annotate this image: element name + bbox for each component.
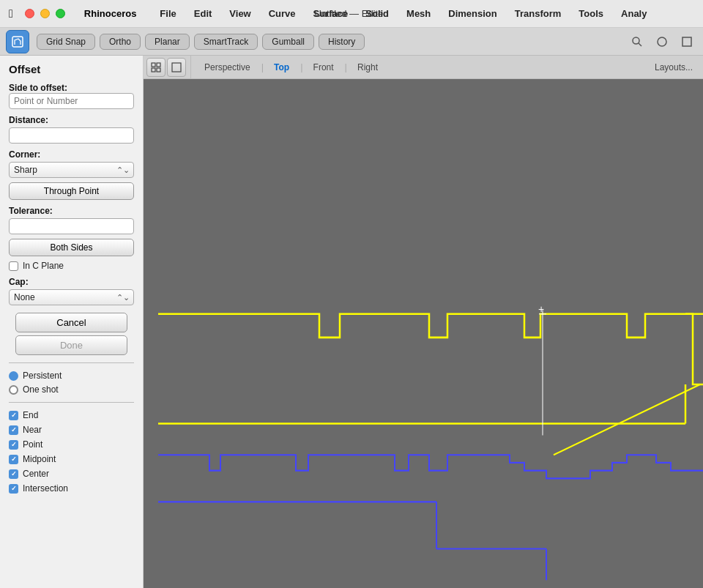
one-shot-radio[interactable] — [9, 385, 18, 395]
snap-midpoint-row: Midpoint — [9, 454, 134, 464]
one-shot-label: One shot — [23, 384, 59, 395]
snap-midpoint-checkbox[interactable] — [9, 455, 18, 464]
grid-snap-button[interactable]: Grid Snap — [37, 34, 95, 50]
done-button[interactable]: Done — [15, 335, 128, 355]
square-icon[interactable] — [677, 31, 697, 52]
search-magnifier-icon[interactable] — [627, 31, 647, 52]
svg-point-3 — [658, 37, 666, 46]
menu-curve[interactable]: Curve — [263, 7, 302, 21]
close-button[interactable] — [25, 9, 34, 18]
tolerance-input[interactable]: 0.001 — [9, 218, 134, 234]
corner-label: Corner: — [9, 149, 134, 160]
app-name: Rhinoceros — [84, 8, 137, 19]
cap-label: Cap: — [9, 277, 134, 287]
both-sides-button[interactable]: Both Sides — [9, 239, 134, 256]
snap-center-checkbox[interactable] — [9, 469, 18, 479]
cap-select-wrapper: None Flat Round ⌃⌄ — [9, 289, 134, 305]
tab-top[interactable]: Top — [265, 56, 299, 78]
divider-2 — [9, 402, 134, 403]
svg-rect-9 — [172, 63, 181, 72]
svg-rect-5 — [152, 63, 155, 67]
smarttrack-button[interactable]: SmartTrack — [194, 34, 258, 50]
snap-end-label: End — [23, 410, 38, 420]
svg-rect-8 — [157, 68, 160, 72]
distance-input[interactable]: 0.3 — [9, 127, 134, 144]
viewport-grid-icon[interactable] — [146, 58, 165, 77]
persistent-label: Persistent — [23, 371, 62, 381]
planar-button[interactable]: Planar — [145, 34, 190, 50]
in-c-plane-label: In C Plane — [23, 261, 64, 271]
layouts-button[interactable]: Layouts... — [647, 56, 700, 78]
circle-icon[interactable] — [652, 31, 672, 52]
apple-logo[interactable]:  — [9, 7, 13, 21]
through-point-button[interactable]: Through Point — [9, 182, 134, 200]
menu-analysis[interactable]: Analy — [615, 7, 652, 21]
snap-point-label: Point — [23, 439, 42, 450]
persistent-row: Persistent — [9, 371, 134, 381]
tab-perspective[interactable]: Perspective — [196, 56, 260, 78]
persistent-radio[interactable] — [9, 371, 18, 381]
rhino-icon — [11, 35, 24, 48]
snap-point-row: Point — [9, 439, 134, 450]
svg-line-2 — [639, 43, 641, 46]
menu-transform[interactable]: Transform — [509, 7, 568, 21]
distance-label: Distance: — [9, 115, 134, 125]
app-icon — [6, 30, 29, 53]
tab-sep-2: | — [299, 56, 304, 78]
snap-near-label: Near — [23, 425, 42, 435]
history-button[interactable]: History — [319, 34, 365, 50]
tab-sep-3: | — [343, 56, 349, 78]
ortho-button[interactable]: Ortho — [100, 34, 141, 50]
cap-select[interactable]: None Flat Round — [9, 289, 134, 305]
svg-rect-7 — [152, 68, 155, 72]
divider-1 — [9, 362, 134, 363]
snap-midpoint-label: Midpoint — [23, 454, 56, 464]
tab-front[interactable]: Front — [305, 56, 343, 78]
titlebar:  Rhinoceros File Edit View Curve Surfac… — [0, 0, 703, 28]
in-c-plane-checkbox[interactable] — [9, 261, 18, 271]
snap-near-row: Near — [9, 425, 134, 435]
snap-end-row: End — [9, 410, 134, 420]
sidebar-title: Offset — [9, 63, 134, 75]
snap-point-checkbox[interactable] — [9, 440, 18, 450]
minimize-button[interactable] — [40, 9, 50, 18]
viewport-svg: + — [144, 79, 703, 588]
one-shot-row: One shot — [9, 384, 134, 395]
tolerance-label: Tolerance: — [9, 206, 134, 216]
svg-point-1 — [633, 37, 639, 44]
snap-near-checkbox[interactable] — [9, 425, 18, 435]
side-to-offset-input[interactable] — [9, 93, 134, 109]
window-title: Untitled — Edited — [314, 8, 388, 19]
viewport-tabs: Perspective | Top | Front | Right — [196, 56, 387, 78]
viewport-area: Perspective | Top | Front | Right Layout… — [144, 56, 703, 588]
snap-intersection-label: Intersection — [23, 483, 68, 494]
main-layout: Offset Side to offset: Distance: 0.3 Cor… — [0, 56, 703, 588]
viewport-canvas[interactable]: Top + — [144, 79, 703, 588]
svg-rect-10 — [144, 79, 703, 588]
svg-text:+: + — [538, 302, 544, 315]
in-c-plane-row: In C Plane — [9, 261, 134, 271]
viewport-single-icon[interactable] — [167, 58, 186, 77]
snap-center-row: Center — [9, 469, 134, 479]
gumball-button[interactable]: Gumball — [262, 34, 314, 50]
menu-file[interactable]: File — [154, 7, 182, 21]
menu-mesh[interactable]: Mesh — [401, 7, 436, 21]
corner-select[interactable]: Sharp Round Smooth Chamfer — [9, 162, 134, 178]
menu-view[interactable]: View — [223, 7, 256, 21]
maximize-button[interactable] — [56, 9, 65, 18]
svg-rect-6 — [157, 63, 160, 67]
tab-right[interactable]: Right — [349, 56, 387, 78]
snap-end-checkbox[interactable] — [9, 411, 18, 420]
snap-intersection-checkbox[interactable] — [9, 484, 18, 494]
menu-tools[interactable]: Tools — [573, 7, 609, 21]
cancel-button[interactable]: Cancel — [15, 313, 128, 332]
menu-edit[interactable]: Edit — [188, 7, 218, 21]
sidebar-panel: Offset Side to offset: Distance: 0.3 Cor… — [0, 56, 144, 588]
corner-select-wrapper: Sharp Round Smooth Chamfer ⌃⌄ — [9, 162, 134, 178]
toolbar: Grid Snap Ortho Planar SmartTrack Gumbal… — [0, 28, 703, 56]
side-to-offset-label: Side to offset: — [9, 83, 134, 93]
svg-rect-0 — [12, 37, 23, 47]
menu-dimension[interactable]: Dimension — [442, 7, 502, 21]
viewport-tabbar: Perspective | Top | Front | Right Layout… — [144, 56, 703, 79]
tab-icon-group — [146, 56, 191, 78]
